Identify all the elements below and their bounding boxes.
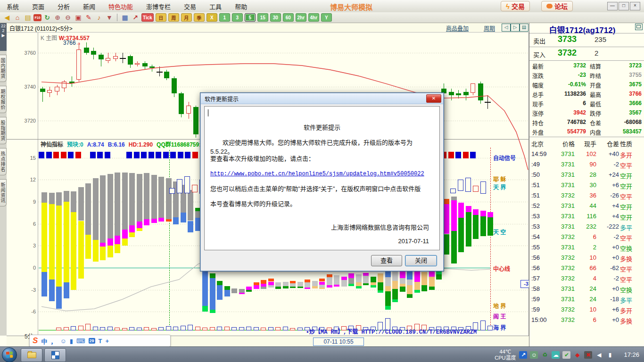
- usb-tray-icon[interactable]: ✔: [562, 351, 570, 359]
- network-tray-icon[interactable]: ▮: [606, 351, 614, 359]
- prev-page-icon[interactable]: ◁: [502, 24, 511, 32]
- bid-row[interactable]: 买入 3732 2: [529, 48, 644, 60]
- power-tray-icon[interactable]: ✖: [584, 351, 592, 359]
- candle-body: [456, 93, 461, 95]
- lang-mode-icon[interactable]: 中: [41, 337, 47, 346]
- refresh-icon[interactable]: ↻: [42, 13, 52, 22]
- candle-body: [149, 66, 155, 68]
- period-button-3[interactable]: 3: [232, 13, 243, 22]
- menu-特色功能[interactable]: 特色功能: [102, 2, 140, 11]
- forum-button[interactable]: 论坛: [541, 1, 573, 11]
- news-icon[interactable]: ▤: [23, 13, 33, 22]
- recycle-tray-icon[interactable]: ♻: [541, 351, 549, 359]
- downloader-tray-icon[interactable]: ↗: [519, 351, 527, 359]
- mini-volume-bar: [202, 328, 207, 330]
- period-button-5[interactable]: 5: [245, 13, 256, 22]
- app-task-button[interactable]: [44, 348, 66, 362]
- skin-icon[interactable]: T: [99, 337, 102, 345]
- quote-stat-row: 外盘554779内盘583457: [529, 128, 644, 138]
- candle-body: [478, 83, 483, 100]
- maximize-button[interactable]: □: [619, 2, 629, 10]
- ask-row[interactable]: 卖出 3733 235: [529, 34, 644, 46]
- period-button-2hr[interactable]: 2hr: [296, 13, 306, 22]
- menu-系统[interactable]: 系统: [0, 2, 25, 11]
- sogou-logo-icon: S: [33, 336, 38, 346]
- menu-工具[interactable]: 工具: [203, 2, 228, 11]
- punct-mode-icon[interactable]: ，: [50, 337, 57, 346]
- copy-icon[interactable]: ▣: [74, 13, 83, 22]
- period-button-Y[interactable]: Y: [321, 13, 332, 22]
- draw-icon[interactable]: ✎: [84, 13, 93, 22]
- outline-bar: [458, 180, 463, 191]
- menu-交易[interactable]: 交易: [177, 2, 203, 11]
- soft-keyboard-icon[interactable]: ⌨: [76, 337, 85, 345]
- indicator-bar-seg: [487, 212, 493, 217]
- input-method-bar[interactable]: S 中 ， ☺ ▮ ⌨ 29 T +: [29, 335, 171, 347]
- trade-button[interactable]: ϟ 交易: [501, 1, 530, 11]
- tools-icon[interactable]: +: [106, 337, 109, 345]
- table-view-icon[interactable]: ▦: [120, 13, 130, 22]
- menu-澎博专栏[interactable]: 澎博专栏: [140, 2, 177, 11]
- view-button[interactable]: 查看: [371, 255, 402, 266]
- sidebar-tab-国内期货[interactable]: 国内期货: [0, 55, 7, 82]
- filter-icon[interactable]: ▼: [105, 13, 114, 22]
- zoom-out-icon[interactable]: ⊖: [63, 13, 73, 22]
- bid-label: 买入: [533, 50, 545, 59]
- mini-volume-bar: [188, 325, 193, 330]
- diamond-tray-icon[interactable]: ◆: [573, 351, 581, 359]
- mic-icon[interactable]: ▮: [70, 337, 73, 345]
- update-log-link[interactable]: http://www.pobo.net.cn/helponline5/sjsm/…: [210, 171, 424, 177]
- corner-tab[interactable]: 22 2▶: [0, 23, 7, 51]
- mini-volume-bar: [85, 324, 91, 330]
- dialog-close-icon[interactable]: ✕: [426, 94, 441, 103]
- period-button-日[interactable]: 日: [156, 13, 166, 22]
- period-link[interactable]: 周期: [484, 24, 495, 32]
- period-button-15[interactable]: 15: [257, 13, 268, 22]
- period-button-周[interactable]: 周: [168, 13, 179, 22]
- split-view-icon[interactable]: ▤: [520, 24, 528, 32]
- y-axis-tick: 3: [18, 243, 36, 248]
- sidebar-tab-股指期货[interactable]: 股指期货: [0, 117, 7, 144]
- explorer-task-button[interactable]: [21, 348, 42, 362]
- indicator-bar-seg: [348, 273, 354, 278]
- period-button-月[interactable]: 月: [181, 13, 192, 22]
- zoom-in-icon[interactable]: ⊕: [53, 13, 62, 22]
- menu-分析[interactable]: 分析: [51, 2, 76, 11]
- speaker-tray-icon[interactable]: ◀: [595, 351, 603, 359]
- alarm-icon[interactable]: ♪: [94, 13, 104, 22]
- period-button-季[interactable]: 季: [194, 13, 205, 22]
- indicator-bar-seg: [363, 273, 369, 276]
- sidebar-tab-新闻资讯[interactable]: 新闻资讯: [0, 179, 7, 206]
- kline-view-icon[interactable]: ↗: [131, 13, 140, 22]
- sidebar-tab-热点排名[interactable]: 热点排名: [0, 148, 7, 175]
- period-button-30[interactable]: 30: [270, 13, 281, 22]
- restore-window-icon[interactable]: [635, 24, 643, 30]
- period-button-1[interactable]: 1: [219, 13, 230, 22]
- menu-帮助[interactable]: 帮助: [228, 2, 254, 11]
- period-button-60[interactable]: 60: [283, 13, 294, 22]
- f10-icon[interactable]: F10: [33, 14, 41, 21]
- login-badge-icon[interactable]: 29: [89, 338, 95, 344]
- sidebar-tab-期权报价[interactable]: 期权报价: [0, 86, 7, 113]
- next-page-icon[interactable]: ▷: [511, 24, 520, 32]
- cloud-tray-icon[interactable]: ☁: [552, 351, 560, 359]
- dialog-heading: 软件更新提示: [210, 123, 434, 132]
- menu-页面[interactable]: 页面: [25, 2, 51, 11]
- minimize-button[interactable]: —: [607, 2, 618, 10]
- close-button[interactable]: ×: [630, 2, 640, 10]
- mini-volume-bar: [261, 328, 266, 330]
- period-button-Tick[interactable]: Tick: [141, 13, 154, 22]
- period-button-X[interactable]: X: [206, 13, 217, 22]
- assistant-tray-icon[interactable]: ☺: [530, 351, 538, 359]
- period-button-4hr[interactable]: 4hr: [308, 13, 319, 22]
- signal-square: [68, 152, 74, 158]
- back-icon[interactable]: ◀: [2, 13, 12, 22]
- emoji-icon[interactable]: ☺: [60, 337, 66, 345]
- close-dialog-button[interactable]: 关闭: [405, 255, 437, 266]
- home-icon[interactable]: ⌂: [13, 13, 22, 22]
- start-button[interactable]: [2, 347, 17, 362]
- indicator-bar-seg: [473, 215, 479, 239]
- dialog-titlebar[interactable]: 软件更新提示: [201, 93, 443, 104]
- overlay-link[interactable]: 商品叠加: [446, 24, 469, 32]
- menu-新闻[interactable]: 新闻: [76, 2, 102, 11]
